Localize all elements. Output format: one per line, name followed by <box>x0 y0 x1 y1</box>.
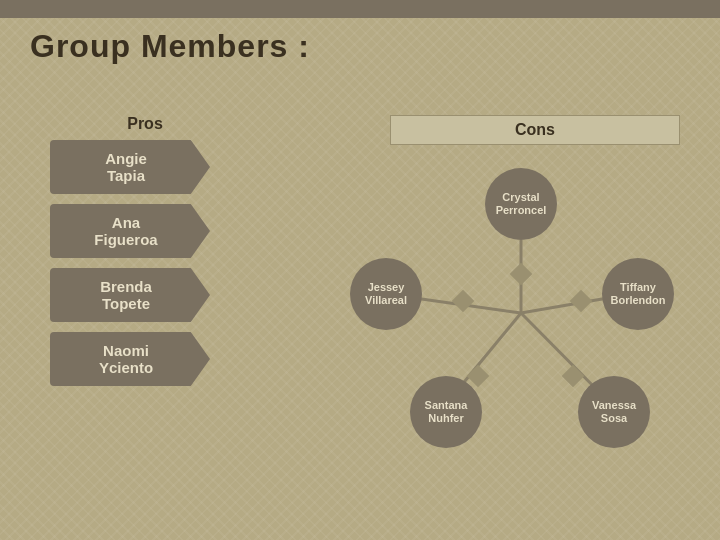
cons-member-jessey: JesseyVillareal <box>350 258 422 330</box>
pros-member-3: BrendaTopete <box>50 268 210 322</box>
cons-member-santana: SantanaNuhfer <box>410 376 482 448</box>
pros-label: Pros <box>30 115 260 133</box>
pros-member-4: NaomiYciento <box>50 332 210 386</box>
pros-member-1: AngieTapia <box>50 140 210 194</box>
pros-member-2: AnaFigueroa <box>50 204 210 258</box>
svg-rect-9 <box>452 290 475 313</box>
page-title: Group Members : <box>30 28 310 65</box>
pros-list: AngieTapia AnaFigueroa BrendaTopete Naom… <box>50 140 210 386</box>
cons-member-crystal: CrystalPerroncel <box>485 168 557 240</box>
top-bar <box>0 0 720 18</box>
svg-rect-8 <box>467 365 490 388</box>
svg-rect-7 <box>562 365 585 388</box>
cons-member-vanessa: VanessaSosa <box>578 376 650 448</box>
svg-rect-6 <box>570 290 593 313</box>
cons-label: Cons <box>390 115 680 145</box>
svg-rect-5 <box>510 263 533 286</box>
cons-member-tiffany: TiffanyBorlendon <box>602 258 674 330</box>
cons-diagram: CrystalPerroncel TiffanyBorlendon Vaness… <box>360 158 690 468</box>
